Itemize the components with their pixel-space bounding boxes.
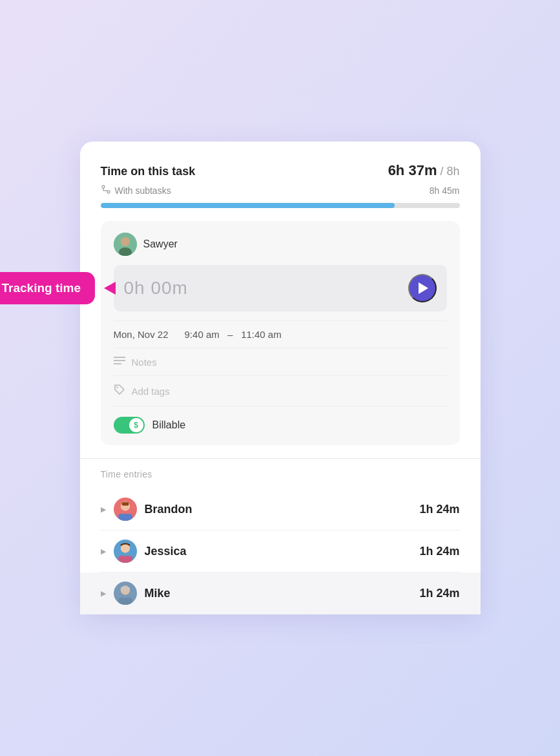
time-entry-brandon: ▶ Brandon 1h 24m — [101, 488, 460, 530]
time-entry-jessica: ▶ Jessica 1h 24m — [101, 530, 460, 572]
user-name: Sawyer — [143, 238, 178, 250]
subtasks-time: 8h 45m — [430, 185, 460, 196]
avatar-mike — [114, 582, 137, 605]
svg-rect-15 — [118, 514, 132, 521]
entry-date: Mon, Nov 22 9:40 am – 11:40 am — [114, 329, 447, 340]
entry-name-brandon: Brandon — [145, 503, 412, 516]
billable-label: Billable — [152, 419, 186, 431]
avatar-sawyer — [114, 233, 137, 256]
dollar-icon: $ — [134, 421, 138, 430]
subtask-icon — [101, 184, 111, 196]
section-divider — [80, 458, 481, 459]
svg-rect-19 — [118, 556, 132, 563]
billable-row: $ Billable — [114, 406, 447, 445]
tags-placeholder: Add tags — [132, 386, 170, 397]
svg-point-0 — [102, 185, 105, 188]
main-card: Time on this task 6h 37m / 8h With subta… — [80, 142, 481, 614]
entry-name-mike: Mike — [145, 587, 412, 600]
tags-row[interactable]: Add tags — [114, 375, 447, 406]
svg-point-8 — [121, 237, 130, 246]
entry-duration-jessica: 1h 24m — [419, 545, 459, 558]
billable-toggle[interactable]: $ — [114, 417, 145, 434]
timer-row: Tracking time 0h 00m — [114, 265, 447, 311]
tracker-box: Sawyer Tracking time 0h 00m Mon, Nov 22 … — [101, 221, 460, 445]
play-icon — [419, 282, 428, 294]
tag-icon — [114, 384, 125, 398]
current-time: 6h 37m — [388, 162, 437, 178]
tooltip-arrow — [104, 282, 116, 295]
avatar-brandon — [114, 498, 137, 521]
header-row: Time on this task 6h 37m / 8h — [101, 162, 460, 179]
limit-time: 8h — [446, 165, 459, 178]
entry-duration-mike: 1h 24m — [419, 587, 459, 600]
tracking-time-tooltip: Tracking time — [0, 272, 95, 304]
expand-arrow-brandon[interactable]: ▶ — [101, 505, 106, 514]
notes-placeholder: Notes — [132, 357, 157, 368]
progress-bar-bg — [101, 203, 460, 208]
time-entries-section: Time entries ▶ Brandon 1h 24m ▶ — [101, 469, 460, 614]
entry-name-jessica: Jessica — [145, 545, 412, 558]
expand-arrow-mike[interactable]: ▶ — [101, 589, 106, 598]
svg-point-12 — [116, 386, 118, 388]
notes-icon — [114, 356, 125, 368]
subtasks-row: With subtasks 8h 45m — [101, 184, 460, 196]
time-entry-mike: ▶ Mike 1h 24m — [80, 572, 481, 614]
subtasks-left: With subtasks — [101, 184, 171, 196]
time-separator: / — [437, 165, 446, 178]
toggle-knob: $ — [129, 418, 143, 432]
svg-rect-22 — [118, 598, 132, 605]
subtasks-label: With subtasks — [115, 185, 171, 196]
task-title: Time on this task — [101, 165, 196, 178]
notes-row[interactable]: Notes — [114, 348, 447, 375]
entry-date-row: Mon, Nov 22 9:40 am – 11:40 am — [114, 320, 447, 348]
expand-arrow-jessica[interactable]: ▶ — [101, 547, 106, 556]
task-time: 6h 37m / 8h — [388, 162, 460, 179]
progress-bar-fill — [101, 203, 395, 208]
avatar-jessica — [114, 540, 137, 563]
entry-duration-brandon: 1h 24m — [419, 503, 459, 516]
time-entries-title: Time entries — [101, 469, 460, 479]
play-button[interactable] — [408, 274, 437, 302]
svg-rect-16 — [121, 502, 129, 505]
user-row: Sawyer — [114, 233, 447, 256]
timer-display: 0h 00m — [124, 278, 188, 299]
